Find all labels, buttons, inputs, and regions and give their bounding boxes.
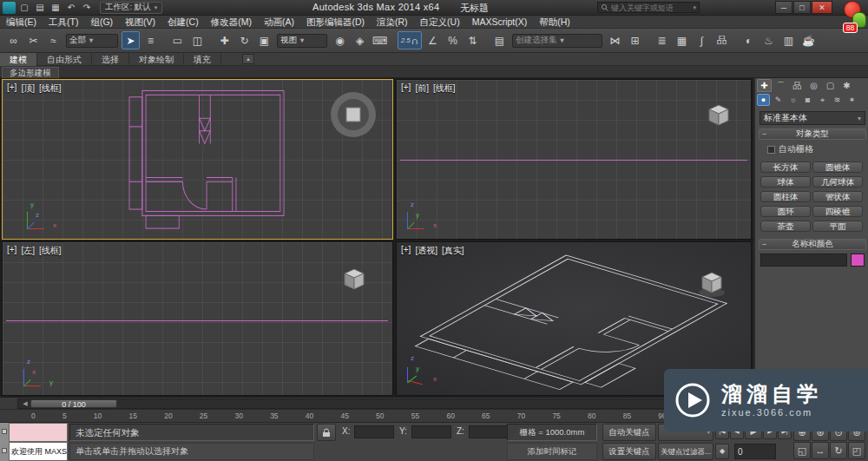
menu-edit[interactable]: 编辑(E) [0, 16, 43, 29]
category-shapes-icon[interactable]: ✎ [772, 94, 785, 106]
angle-snap-icon[interactable]: ∠ [424, 31, 442, 49]
y-coordinate-input[interactable] [411, 425, 451, 438]
material-editor-icon[interactable]: ◐ [740, 31, 758, 49]
save-file-icon[interactable]: ▦ [49, 2, 62, 14]
rollout-object-type[interactable]: − 对象类型 [759, 128, 866, 140]
viewport-menu-general[interactable]: [+] [7, 245, 16, 257]
curve-editor-icon[interactable]: ∫ [693, 31, 711, 49]
spinner-snap-icon[interactable]: ⇅ [464, 31, 482, 49]
object-name-input[interactable] [761, 254, 846, 266]
new-scene-icon[interactable]: ▢ [17, 2, 31, 14]
schematic-view-icon[interactable]: 品 [713, 31, 731, 49]
select-and-move-icon[interactable]: ✚ [215, 31, 233, 49]
macro-recorder-row[interactable] [9, 423, 68, 442]
time-slider-handle[interactable]: 0 / 100 [30, 399, 117, 408]
object-button-box[interactable]: 长方体 [760, 161, 811, 173]
geometry-category-dropdown[interactable]: 标准基本体 ▾ [760, 111, 865, 125]
track-bar[interactable]: 0510152025303540455055606570758085909510… [0, 410, 753, 423]
category-cameras-icon[interactable]: ◙ [801, 94, 814, 106]
menu-tools[interactable]: 工具(T) [43, 16, 84, 29]
select-and-link-icon[interactable]: ∞ [4, 31, 23, 49]
close-button[interactable]: ✕ [812, 1, 832, 14]
viewport-menu-pov[interactable]: [顶] [21, 82, 35, 95]
unlink-selection-icon[interactable]: ✂ [24, 31, 43, 49]
autogrid-checkbox[interactable] [767, 146, 775, 154]
notification-badge[interactable]: 88 [843, 23, 858, 33]
window-crossing-icon[interactable]: ◫ [188, 31, 207, 49]
menu-customize[interactable]: 自定义(U) [414, 16, 466, 29]
mirror-icon[interactable]: ⋈ [606, 31, 624, 49]
object-button-plane[interactable]: 平面 [812, 221, 863, 232]
time-slider-track[interactable]: ◀ 0 / 100 [17, 398, 741, 409]
viewport-menu-shading[interactable]: [线框] [433, 82, 456, 95]
maxscript-listener-gutter[interactable] [0, 423, 9, 461]
menu-views[interactable]: 视图(V) [119, 16, 161, 29]
pan-icon[interactable]: ↔ [812, 442, 829, 459]
selection-lock-toggle[interactable] [317, 424, 336, 441]
rollout-name-color[interactable]: − 名称和颜色 [759, 239, 866, 250]
menu-modifiers[interactable]: 修改器(M) [205, 16, 258, 29]
menu-animation[interactable]: 动画(A) [258, 16, 300, 29]
add-time-tag-button[interactable]: 添加时间标记 [507, 443, 597, 460]
reference-coordinate-dropdown[interactable]: 视图▾ [277, 34, 327, 48]
viewport-menu-general[interactable]: [+] [7, 82, 16, 95]
ribbon-collapse-button[interactable]: ▴ [242, 54, 254, 64]
menu-maxscript[interactable]: MAXScript(X) [466, 16, 534, 29]
current-frame-input[interactable] [734, 444, 776, 459]
named-selection-sets-dropdown[interactable]: 创建选择集▾ [512, 34, 602, 48]
object-button-tube[interactable]: 管状体 [812, 191, 863, 202]
select-by-name-icon[interactable]: ≡ [141, 31, 160, 49]
viewport-menu-shading[interactable]: [线框] [39, 82, 62, 95]
selection-filter-dropdown[interactable]: 全部▾ [66, 34, 118, 48]
category-spacewarps-icon[interactable]: ≋ [831, 94, 844, 106]
minimize-button[interactable]: ─ [775, 1, 792, 14]
menu-help[interactable]: 帮助(H) [533, 16, 576, 29]
tab-motion-icon[interactable]: ◎ [806, 79, 821, 92]
category-helpers-icon[interactable]: ⌖ [816, 94, 829, 106]
edit-named-selection-sets-icon[interactable]: ▤ [490, 31, 509, 49]
redo-icon[interactable]: ↷ [80, 2, 94, 14]
viewport-front[interactable]: [+] [前] [线框] x z y [396, 79, 752, 240]
search-box[interactable]: ▾ [597, 2, 700, 13]
menu-graph-editors[interactable]: 图形编辑器(D) [300, 16, 371, 29]
app-logo[interactable] [3, 2, 16, 14]
viewport-menu-general[interactable]: [+] [401, 245, 411, 257]
viewport-menu-pov[interactable]: [左] [21, 245, 35, 257]
render-production-icon[interactable]: ☕ [799, 31, 818, 49]
zoom-region-icon[interactable]: ◱ [793, 442, 811, 459]
object-button-teapot[interactable]: 茶壶 [760, 221, 811, 232]
align-icon[interactable]: ⊞ [626, 31, 644, 49]
ribbon-tab-modeling[interactable]: 建模 [0, 53, 37, 66]
autogrid-checkbox-row[interactable]: 自动栅格 [767, 143, 813, 155]
use-center-icon[interactable]: ◉ [331, 31, 349, 49]
category-systems-icon[interactable]: ✶ [845, 94, 858, 106]
workspace-dropdown[interactable]: 工作区: 默认 ▾ [100, 2, 162, 14]
tab-modify-icon[interactable]: ⌒ [773, 79, 788, 92]
ribbon-tab-freeform[interactable]: 自由形式 [37, 53, 92, 66]
render-setup-icon[interactable]: ♨ [760, 31, 778, 49]
viewcube[interactable] [697, 270, 727, 300]
ribbon-tab-object-paint[interactable]: 对象绘制 [129, 53, 184, 66]
menu-rendering[interactable]: 渲染(R) [371, 16, 414, 29]
undo-icon[interactable]: ↶ [64, 2, 78, 14]
previous-key-arrow[interactable]: ◀ [20, 399, 30, 408]
tab-create-icon[interactable]: ✚ [757, 79, 772, 92]
rectangular-selection-icon[interactable]: ▭ [168, 31, 187, 49]
auto-key-button[interactable]: 自动关键点 [602, 424, 656, 441]
object-button-torus[interactable]: 圆环 [760, 206, 811, 217]
select-object-icon[interactable]: ➤ [122, 31, 140, 49]
open-file-icon[interactable]: ▤ [33, 2, 47, 14]
menu-group[interactable]: 组(G) [84, 16, 119, 29]
percent-snap-icon[interactable]: % [444, 31, 462, 49]
search-input[interactable] [611, 3, 690, 12]
key-filters-button[interactable]: 关键点过滤器... [658, 443, 713, 460]
select-and-manipulate-icon[interactable]: ◈ [351, 31, 369, 49]
select-and-rotate-icon[interactable]: ↻ [235, 31, 253, 49]
maximize-viewport-icon[interactable]: ◰ [848, 442, 865, 459]
category-lights-icon[interactable]: ☼ [786, 94, 799, 106]
object-button-sphere[interactable]: 球体 [760, 176, 811, 188]
tab-display-icon[interactable]: ▢ [823, 79, 838, 92]
viewport-menu-pov[interactable]: [透视] [415, 245, 437, 257]
snaps-toggle-icon[interactable]: 2.5∩ [398, 31, 422, 49]
maximize-button[interactable]: □ [793, 1, 811, 14]
